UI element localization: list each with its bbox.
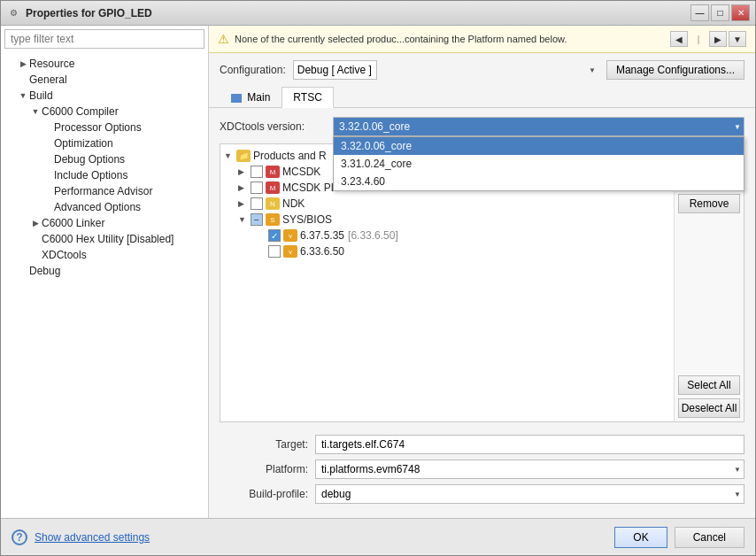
sysbios-checkbox[interactable]: − bbox=[251, 213, 263, 226]
ndk-expand-icon: ▶ bbox=[238, 199, 251, 208]
mcsdk-label: MCSDK bbox=[282, 166, 320, 178]
sidebar-item-general[interactable]: General bbox=[1, 72, 208, 88]
xdc-option-3310[interactable]: 3.31.0.24_core bbox=[334, 155, 744, 173]
target-label: Target: bbox=[220, 438, 308, 451]
warning-nav: ◀ | ▶ ▼ bbox=[670, 31, 746, 47]
expand-icon-advanced bbox=[42, 201, 54, 213]
mcsdk-pdk-icon: M bbox=[266, 181, 280, 194]
sidebar-label-debug: Debug bbox=[29, 265, 60, 277]
sidebar-label-c6000: C6000 Compiler bbox=[42, 105, 119, 118]
main-tab-icon bbox=[231, 94, 242, 103]
platform-label: Platform: bbox=[220, 463, 308, 475]
products-expand-icon: ▼ bbox=[224, 151, 236, 160]
xdc-version-row: XDCtools version: 3.32.0.06_core 3.31.0.… bbox=[220, 117, 744, 136]
expand-icon-performance bbox=[42, 185, 54, 197]
tabs: Main RTSC bbox=[209, 87, 755, 108]
ndk-label: NDK bbox=[282, 197, 305, 210]
tab-rtsc[interactable]: RTSC bbox=[282, 87, 333, 108]
select-all-button[interactable]: Select All bbox=[678, 375, 740, 395]
nav-separator: | bbox=[690, 31, 707, 47]
xdc-dropdown: 3.32.0.06_core 3.31.0.24_core 3.23.4.60 bbox=[333, 136, 744, 191]
sidebar-item-hex-utility[interactable]: C6000 Hex Utility [Disabled] bbox=[1, 231, 208, 247]
sysbios-6375-checkbox[interactable]: ✓ bbox=[268, 229, 281, 242]
main-panel: ⚠ None of the currently selected produc.… bbox=[209, 26, 755, 518]
products-sysbios-6375[interactable]: ✓ v 6.37.5.35 [6.33.6.50] bbox=[220, 228, 674, 243]
expand-icon-general bbox=[17, 73, 29, 86]
xdc-version-select[interactable]: 3.32.0.06_core 3.31.0.24_core 3.23.4.60 bbox=[333, 117, 744, 136]
minimize-button[interactable]: — bbox=[690, 4, 709, 21]
panel-content: XDCtools version: 3.32.0.06_core 3.31.0.… bbox=[209, 108, 755, 518]
titlebar-controls: — □ ✕ bbox=[690, 4, 750, 21]
filter-input[interactable] bbox=[4, 29, 204, 49]
deselect-all-button[interactable]: Deselect All bbox=[678, 398, 740, 418]
xdc-option-3320[interactable]: 3.32.0.06_core bbox=[334, 137, 744, 155]
nav-prev-btn[interactable]: ◀ bbox=[670, 31, 688, 47]
expand-icon-xdctools bbox=[29, 249, 42, 261]
warning-text: None of the currently selected produc...… bbox=[235, 34, 665, 44]
mcsdk-checkbox[interactable] bbox=[251, 166, 263, 178]
build-profile-select[interactable]: debug bbox=[315, 484, 744, 504]
remove-button[interactable]: Remove bbox=[678, 194, 740, 213]
tree: ▶ Resource General ▼ Build ▼ C6000 Compi… bbox=[1, 52, 208, 518]
products-sysbios[interactable]: ▼ − S SYS/BIOS bbox=[220, 212, 674, 228]
sysbios-icon: S bbox=[266, 213, 280, 226]
manage-configurations-button[interactable]: Manage Configurations... bbox=[606, 60, 744, 80]
sidebar-item-c6000-linker[interactable]: ▶ C6000 Linker bbox=[1, 215, 208, 231]
sidebar-label-debug-options: Debug Options bbox=[54, 153, 125, 166]
sidebar-item-c6000-compiler[interactable]: ▼ C6000 Compiler bbox=[1, 104, 208, 120]
window-icon: ⚙ bbox=[6, 6, 20, 20]
sidebar-label-general: General bbox=[29, 73, 67, 86]
xdc-option-3234[interactable]: 3.23.4.60 bbox=[334, 173, 744, 190]
help-icon[interactable]: ? bbox=[12, 529, 27, 545]
show-advanced-link[interactable]: Show advanced settings bbox=[35, 531, 150, 544]
expand-icon-include bbox=[42, 169, 54, 181]
mcsdk-pdk-checkbox[interactable] bbox=[251, 181, 263, 194]
sysbios-6336-checkbox[interactable] bbox=[268, 245, 281, 258]
close-button[interactable]: ✕ bbox=[731, 4, 750, 21]
products-sysbios-6336[interactable]: v 6.33.6.50 bbox=[220, 243, 674, 259]
nav-down-btn[interactable]: ▼ bbox=[729, 31, 746, 47]
platform-select[interactable]: ti.platforms.evm6748 bbox=[315, 459, 744, 479]
expand-icon-build: ▼ bbox=[17, 89, 29, 102]
nav-next-btn[interactable]: ▶ bbox=[709, 31, 727, 47]
sidebar-item-processor-options[interactable]: Processor Options bbox=[1, 120, 208, 135]
ndk-icon: N bbox=[266, 197, 280, 210]
content-area: ▶ Resource General ▼ Build ▼ C6000 Compi… bbox=[1, 26, 755, 518]
products-folder-icon: 📁 bbox=[236, 150, 251, 162]
mcsdk-icon: M bbox=[266, 166, 280, 178]
sysbios-6336-icon: v bbox=[283, 245, 297, 258]
build-profile-row: Build-profile: debug bbox=[220, 484, 744, 504]
sidebar-item-advanced[interactable]: Advanced Options bbox=[1, 199, 208, 215]
target-value: ti.targets.elf.C674 bbox=[315, 435, 744, 454]
sidebar-item-optimization[interactable]: Optimization bbox=[1, 135, 208, 151]
sidebar-item-resource[interactable]: ▶ Resource bbox=[1, 56, 208, 72]
sidebar-item-debug-options[interactable]: Debug Options bbox=[1, 151, 208, 167]
sidebar-label-resource: Resource bbox=[29, 58, 74, 70]
sysbios-label: SYS/BIOS bbox=[282, 213, 332, 226]
ndk-checkbox[interactable] bbox=[251, 197, 263, 210]
sidebar-label-optimization: Optimization bbox=[54, 137, 113, 150]
build-profile-label: Build-profile: bbox=[220, 488, 308, 500]
xdc-version-label: XDCtools version: bbox=[220, 120, 326, 133]
config-row: Configuration: Debug [ Active ] Manage C… bbox=[209, 53, 755, 87]
config-label: Configuration: bbox=[220, 64, 286, 76]
ok-button[interactable]: OK bbox=[614, 527, 667, 548]
sidebar-item-build[interactable]: ▼ Build bbox=[1, 88, 208, 104]
sidebar-item-xdctools[interactable]: XDCtools bbox=[1, 247, 208, 263]
tab-main[interactable]: Main bbox=[220, 87, 282, 108]
config-select[interactable]: Debug [ Active ] bbox=[293, 60, 377, 80]
sidebar-item-include-options[interactable]: Include Options bbox=[1, 167, 208, 183]
maximize-button[interactable]: □ bbox=[711, 4, 729, 21]
sysbios-6375-sublabel: [6.33.6.50] bbox=[348, 229, 398, 242]
products-ndk[interactable]: ▶ N NDK bbox=[220, 196, 674, 212]
expand-icon-optimization bbox=[42, 137, 54, 150]
target-row: Target: ti.targets.elf.C674 bbox=[220, 435, 744, 454]
sidebar-item-debug[interactable]: Debug bbox=[1, 263, 208, 279]
sidebar-item-performance[interactable]: Performance Advisor bbox=[1, 183, 208, 199]
sidebar: ▶ Resource General ▼ Build ▼ C6000 Compi… bbox=[1, 26, 209, 518]
cancel-button[interactable]: Cancel bbox=[675, 527, 744, 548]
sidebar-label-linker: C6000 Linker bbox=[42, 217, 104, 229]
xdc-select-wrapper: 3.32.0.06_core 3.31.0.24_core 3.23.4.60 … bbox=[333, 117, 744, 136]
sidebar-label-advanced: Advanced Options bbox=[54, 201, 141, 213]
mcsdk-pdk-expand-icon: ▶ bbox=[238, 183, 251, 192]
